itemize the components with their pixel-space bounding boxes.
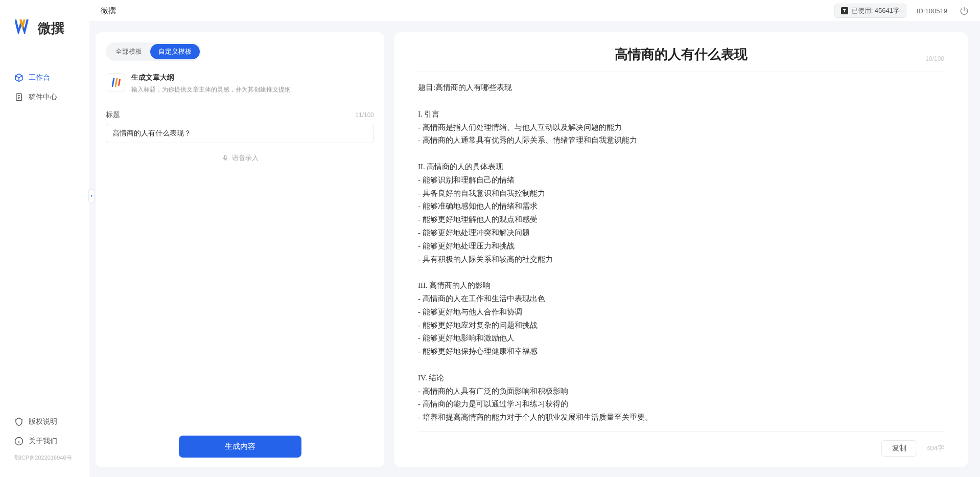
svg-rect-8 (224, 155, 226, 159)
text-icon: T (841, 7, 848, 14)
tab-all-templates[interactable]: 全部模板 (107, 44, 150, 59)
sidebar-footer: 版权说明 关于我们 鄂ICP备2022016946号 (0, 412, 89, 477)
shield-icon (14, 417, 24, 426)
voice-label: 语音录入 (232, 153, 259, 163)
voice-input-button[interactable]: 语音录入 (106, 153, 374, 163)
title-input[interactable] (106, 124, 374, 143)
nav-drafts[interactable]: 稿件中心 (0, 87, 89, 107)
usage-text: 已使用: 45641字 (851, 6, 900, 15)
template-tabs: 全部模板 自定义模板 (106, 42, 201, 61)
app-root: 微撰 工作台 稿件中心 版权说明 关于我们 鄂ICP备2022016946号 (0, 0, 980, 477)
sidebar: 微撰 工作台 稿件中心 版权说明 关于我们 鄂ICP备2022016946号 (0, 0, 89, 477)
footer-label: 版权说明 (29, 417, 57, 426)
nav-label: 稿件中心 (29, 93, 57, 102)
title-divider (418, 72, 944, 72)
template-card: 生成文章大纲 输入标题，为你提供文章主体的灵感，并为其创建推文提纲 (106, 70, 374, 103)
content-row: 全部模板 自定义模板 生成文章大纲 输入标题，为你提供文章主体的灵感，并为其创建… (89, 22, 980, 477)
title-label-row: 标题 11/100 (106, 110, 374, 120)
generate-button[interactable]: 生成内容 (179, 436, 301, 458)
copy-button[interactable]: 复制 (881, 440, 917, 457)
tab-custom-templates[interactable]: 自定义模板 (150, 44, 200, 59)
title-char-count: 11/100 (355, 111, 374, 119)
output-body[interactable]: 题目:高情商的人有哪些表现 I. 引言 - 高情商是指人们处理情绪、与他人互动以… (418, 81, 944, 424)
mic-icon (222, 154, 229, 162)
footer-label: 关于我们 (29, 437, 57, 446)
output-panel: 高情商的人有什么表现 10/100 题目:高情商的人有哪些表现 I. 引言 - … (394, 32, 968, 467)
output-title[interactable]: 高情商的人有什么表现 (418, 46, 944, 63)
footer-about[interactable]: 关于我们 (0, 431, 89, 451)
user-id: ID:100519 (917, 7, 947, 15)
input-panel: 全部模板 自定义模板 生成文章大纲 输入标题，为你提供文章主体的灵感，并为其创建… (96, 32, 384, 467)
icp-text: 鄂ICP备2022016946号 (0, 451, 89, 467)
title-label: 标题 (106, 110, 120, 120)
logo-icon (15, 19, 33, 37)
output-title-row: 高情商的人有什么表现 10/100 (418, 46, 944, 63)
page-title: 微撰 (101, 6, 834, 16)
output-title-count: 10/100 (925, 55, 944, 62)
brand-logo[interactable]: 微撰 (15, 19, 79, 37)
sidebar-collapse[interactable] (88, 189, 95, 202)
template-desc: 输入标题，为你提供文章主体的灵感，并为其创建推文提纲 (131, 85, 291, 94)
chevron-left-icon (89, 193, 94, 198)
topbar: 微撰 T 已使用: 45641字 ID:100519 (89, 0, 980, 22)
power-icon[interactable] (960, 6, 969, 15)
template-icon (107, 73, 125, 92)
usage-badge[interactable]: T 已使用: 45641字 (834, 4, 906, 18)
footer-copyright[interactable]: 版权说明 (0, 412, 89, 431)
nav-list: 工作台 稿件中心 (0, 53, 89, 412)
brand-name: 微撰 (38, 19, 64, 37)
template-title: 生成文章大纲 (131, 73, 291, 82)
nav-label: 工作台 (29, 73, 50, 82)
logo-area: 微撰 (0, 0, 89, 53)
word-count: 404字 (926, 444, 944, 453)
cube-icon (14, 73, 24, 82)
main-area: 微撰 T 已使用: 45641字 ID:100519 全部模板 自定义模板 (89, 0, 980, 477)
books-icon (110, 77, 122, 88)
template-text: 生成文章大纲 输入标题，为你提供文章主体的灵感，并为其创建推文提纲 (131, 73, 291, 94)
info-icon (14, 437, 24, 446)
output-footer: 复制 404字 (418, 431, 944, 457)
document-icon (14, 93, 24, 102)
nav-workspace[interactable]: 工作台 (0, 68, 89, 87)
